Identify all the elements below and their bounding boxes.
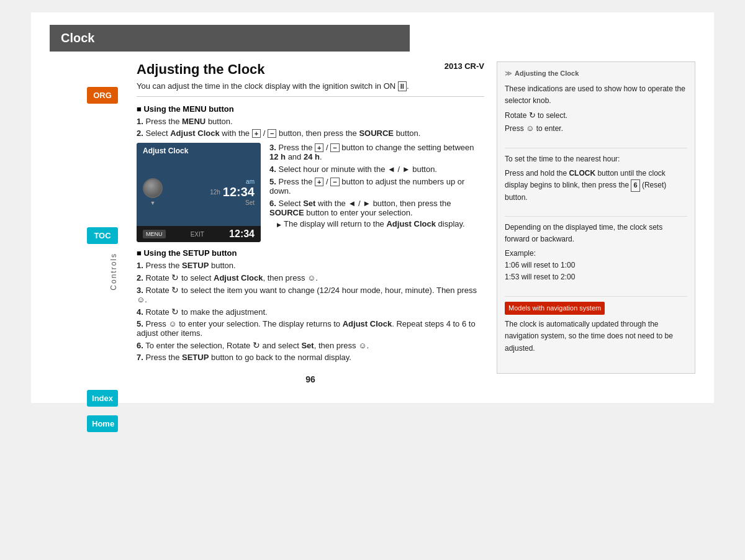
press-icon-5: ☺ <box>168 319 176 328</box>
menu-step-2: 2. Select Adjust Clock with the + / − bu… <box>137 129 484 138</box>
org-label: ORG <box>93 91 112 100</box>
main-content: Adjusting the Clock 2013 CR-V You can ad… <box>137 61 695 384</box>
clock-header: Clock <box>50 25 410 52</box>
sidebar-item-home[interactable]: Home <box>87 415 118 432</box>
page-container: Clock ORG TOC Controls Index Home Adjust… <box>31 12 714 403</box>
time-row: 12h 12:34 <box>210 185 255 199</box>
plus-btn-3: + <box>315 143 323 152</box>
controls-label: Controls <box>109 253 118 291</box>
setup-section-title: Using the SETUP button <box>137 248 484 258</box>
press-icon-6: ☺ <box>358 341 366 350</box>
nav-text: The clock is automatically updated throu… <box>505 318 687 355</box>
ignition-icon: II <box>398 81 407 91</box>
knob-area: ▼ <box>143 178 163 206</box>
set-label: Set <box>245 199 255 206</box>
content-with-image: Adjust Clock ▼ am 12h 12:34 <box>137 143 484 242</box>
page-title: Adjusting the Clock <box>137 61 265 78</box>
info-section-1: These indications are used to show how t… <box>505 83 687 142</box>
time-value: 12:34 <box>223 185 255 199</box>
minus-btn-5: − <box>330 178 339 186</box>
info-section-nav: Models with navigation system The clock … <box>505 302 687 361</box>
right-column: Adjusting the Clock These indications ar… <box>497 61 695 384</box>
bottom-time: 12:34 <box>229 228 255 240</box>
setup-step-2: 2. Rotate ↻ to select Adjust Clock, then… <box>137 273 484 282</box>
sidebar: ORG TOC Controls Index Home <box>31 87 118 435</box>
index-label: Index <box>92 394 113 403</box>
am-label: am <box>246 178 255 185</box>
rotate-icon-3: ↻ <box>171 285 179 295</box>
info-press: Press ☺ to enter. <box>505 122 687 135</box>
press-icon-3: ☺ <box>137 295 145 304</box>
home-label: Home <box>92 419 114 428</box>
toc-label: TOC <box>94 231 111 240</box>
setup-step-5: 5. Press ☺ to enter your selection. The … <box>137 319 484 338</box>
info-rotate: Rotate ↻ to select. <box>505 109 687 122</box>
time-area: am 12h 12:34 Set <box>210 178 255 206</box>
menu-step-3: 3. Press the + / − button to change the … <box>269 143 484 161</box>
clock-header-label: Clock <box>61 31 94 45</box>
exit-button-display: EXIT <box>191 231 204 238</box>
info-example-1: 1:06 will reset to 1:00 <box>505 260 687 271</box>
sidebar-item-index[interactable]: Index <box>87 390 118 407</box>
info-header-text: Adjusting the Clock <box>515 68 579 79</box>
page-number: 96 <box>137 374 484 384</box>
rotate-icon-6: ↻ <box>253 340 260 350</box>
menu-step-5: 5. Press the + / − button to adjust the … <box>269 177 484 196</box>
minus-btn-3: − <box>330 143 339 152</box>
nav-badge: Models with navigation system <box>505 302 605 315</box>
adjust-clock-label: Adjust Clock <box>143 147 188 155</box>
setup-step-4: 4. Rotate ↻ to make the adjustment. <box>137 307 484 317</box>
menu-button-display: MENU <box>143 230 166 238</box>
minus-icon: − <box>268 129 276 138</box>
rotate-icon-4: ↻ <box>171 307 179 317</box>
clock-screen-top: Adjust Clock <box>137 143 261 158</box>
sidebar-item-toc[interactable]: TOC <box>87 227 118 244</box>
clock-display-image: Adjust Clock ▼ am 12h 12:34 <box>137 143 261 242</box>
intro-body: You can adjust the time in the clock dis… <box>137 81 395 91</box>
setup-step-6: 6. To enter the selection, Rotate ↻ and … <box>137 340 484 350</box>
menu-step-6: 6. Select Set with the ◄ / ► button, the… <box>269 199 484 228</box>
info-section-2: To set the time to the nearest hour: Pre… <box>505 153 687 210</box>
step6-arrow: The display will return to the Adjust Cl… <box>277 219 484 228</box>
info-box-header: Adjusting the Clock <box>505 68 687 79</box>
info-example-2: 1:53 will reset to 2:00 <box>505 271 687 283</box>
hour-mode: 12h <box>210 189 220 196</box>
intro-text: You can adjust the time in the clock dis… <box>137 81 484 97</box>
divider-1 <box>505 148 687 148</box>
sidebar-item-org[interactable]: ORG <box>87 87 118 104</box>
setup-step-1: 1. Press the SETUP button. <box>137 261 484 270</box>
press-icon-info: ☺ <box>526 124 534 133</box>
setup-step-7: 7. Press the SETUP button to go back to … <box>137 353 484 362</box>
info-para-2-body: Press and hold the CLOCK button until th… <box>505 168 687 204</box>
clock-bottom-bar: MENU EXIT 12:34 <box>137 226 261 242</box>
info-para-2-title: To set the time to the nearest hour: <box>505 153 687 165</box>
menu-step-1: 1. Press the MENU button. <box>137 117 484 126</box>
info-para-3: Depending on the displayed time, the clo… <box>505 222 687 245</box>
left-column: Adjusting the Clock 2013 CR-V You can ad… <box>137 61 484 384</box>
menu-section-title: Using the MENU button <box>137 104 484 114</box>
selector-knob <box>143 178 163 198</box>
setup-step-3: 3. Rotate ↻ to select the item you want … <box>137 285 484 304</box>
info-example-label: Example: <box>505 248 687 260</box>
menu-step-4: 4. Select hour or minute with the ◄ / ► … <box>269 165 484 174</box>
reset-btn: 6 <box>631 179 639 192</box>
divider-3 <box>505 296 687 297</box>
model-year: 2013 CR-V <box>445 61 484 71</box>
divider-2 <box>505 216 687 217</box>
steps-right: 3. Press the + / − button to change the … <box>269 143 484 242</box>
info-box: Adjusting the Clock These indications ar… <box>497 61 695 374</box>
press-icon-2: ☺ <box>307 273 315 282</box>
rotate-icon-info: ↻ <box>529 111 536 120</box>
info-section-3: Depending on the displayed time, the clo… <box>505 222 687 290</box>
page-title-row: Adjusting the Clock 2013 CR-V <box>137 61 484 78</box>
info-para-1: These indications are used to show how t… <box>505 83 687 107</box>
rotate-icon-2: ↻ <box>171 273 179 282</box>
clock-screen-main: ▼ am 12h 12:34 Set <box>137 158 261 226</box>
plus-icon: + <box>252 129 261 138</box>
plus-btn-5: + <box>315 178 323 186</box>
